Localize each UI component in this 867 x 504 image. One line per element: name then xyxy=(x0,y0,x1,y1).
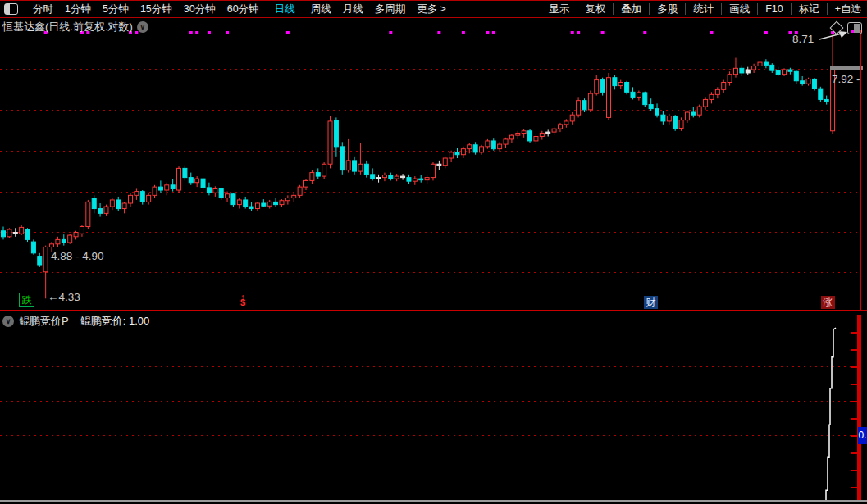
menu-item-0[interactable]: 显示 xyxy=(543,2,575,16)
panel-toggle-icon[interactable] xyxy=(847,22,862,34)
indicator-header: ∨ 鲲鹏竞价P 鲲鹏竞价: 1.00 xyxy=(2,314,149,329)
up-marker: 涨 xyxy=(821,296,835,309)
timeframe-item-4[interactable]: 30分钟 xyxy=(178,2,221,16)
toolbar-separator xyxy=(827,3,828,15)
menu-item-3[interactable]: 多股 xyxy=(651,2,683,16)
indicator-axis-badge: 0. xyxy=(858,427,867,444)
timeframe-item-9[interactable]: 周线 xyxy=(305,2,337,16)
indicator-output-value: 1.00 xyxy=(129,315,149,327)
top-toolbar: 分时1分钟5分钟15分钟30分钟60分钟日线周线月线多周期更多 > 显示复权叠加… xyxy=(0,0,867,18)
menu-item-5[interactable]: 画线 xyxy=(723,2,755,16)
menu-item-6[interactable]: F10 xyxy=(760,3,789,15)
toolbar-separator xyxy=(757,3,758,15)
toolbar-separator xyxy=(541,3,541,15)
stock-title: 恒基达鑫(日线.前复权.对数) xyxy=(2,20,133,34)
layout-toggle-icon[interactable] xyxy=(4,3,18,15)
menu-item-8[interactable]: +自选 xyxy=(829,2,867,16)
toolbar-left-group: 分时1分钟5分钟15分钟30分钟60分钟日线周线月线多周期更多 > xyxy=(0,1,452,17)
toolbar-separator xyxy=(685,3,686,15)
toolbar-separator xyxy=(267,3,267,15)
menu-item-1[interactable]: 复权 xyxy=(579,2,611,16)
timeframe-item-2[interactable]: 5分钟 xyxy=(97,2,135,16)
menu-item-4[interactable]: 统计 xyxy=(687,2,719,16)
low-price-label: ←4.33 xyxy=(48,291,80,303)
toolbar-separator xyxy=(577,3,577,15)
stock-title-row: 恒基达鑫(日线.前复权.对数) ∨ xyxy=(2,20,148,34)
gap-range-label: 4.88 - 4.90 xyxy=(51,250,104,262)
candlestick-chart-canvas[interactable] xyxy=(0,0,867,504)
indicator-output: 鲲鹏竞价: 1.00 xyxy=(80,314,150,329)
wealth-marker: 财 xyxy=(644,296,658,309)
high-price-label: 8.71 xyxy=(792,33,814,45)
close-price-label: 7.92 - xyxy=(832,73,860,85)
chevron-down-icon[interactable]: ∨ xyxy=(137,21,148,33)
timeframe-item-11[interactable]: 多周期 xyxy=(369,2,412,16)
timeframe-item-7[interactable]: 日线 xyxy=(269,2,301,16)
toolbar-separator xyxy=(721,3,722,15)
timeframe-item-12[interactable]: 更多 > xyxy=(411,2,452,16)
money-marker: ↑ $ xyxy=(236,294,249,306)
menu-item-2[interactable]: 叠加 xyxy=(615,2,647,16)
menu-item-7[interactable]: 标记 xyxy=(793,2,825,16)
indicator-chevron-down-icon[interactable]: ∨ xyxy=(2,316,14,327)
toolbar-separator xyxy=(791,3,792,15)
toolbar-separator xyxy=(303,3,303,15)
timeframe-item-10[interactable]: 月线 xyxy=(337,2,369,16)
indicator-name[interactable]: 鲲鹏竞价P xyxy=(19,314,69,329)
timeframe-item-1[interactable]: 1分钟 xyxy=(59,2,97,16)
timeframe-item-5[interactable]: 60分钟 xyxy=(221,2,265,16)
timeframe-item-0[interactable]: 分时 xyxy=(27,2,59,16)
app-window: 分时1分钟5分钟15分钟30分钟60分钟日线周线月线多周期更多 > 显示复权叠加… xyxy=(0,0,867,504)
toolbar-separator xyxy=(613,3,614,15)
toolbar-right-group: 显示复权叠加多股统计画线F10标记+自选 xyxy=(539,1,867,17)
down-marker: 跌 xyxy=(19,293,34,307)
timeframe-items: 分时1分钟5分钟15分钟30分钟60分钟日线周线月线多周期更多 > xyxy=(27,1,452,17)
money-marker-symbol: $ xyxy=(240,297,245,307)
toolbar-separator xyxy=(649,3,650,15)
indicator-output-label: 鲲鹏竞价: xyxy=(80,315,126,327)
timeframe-item-3[interactable]: 15分钟 xyxy=(135,2,178,16)
toolbar-separator xyxy=(25,3,25,15)
